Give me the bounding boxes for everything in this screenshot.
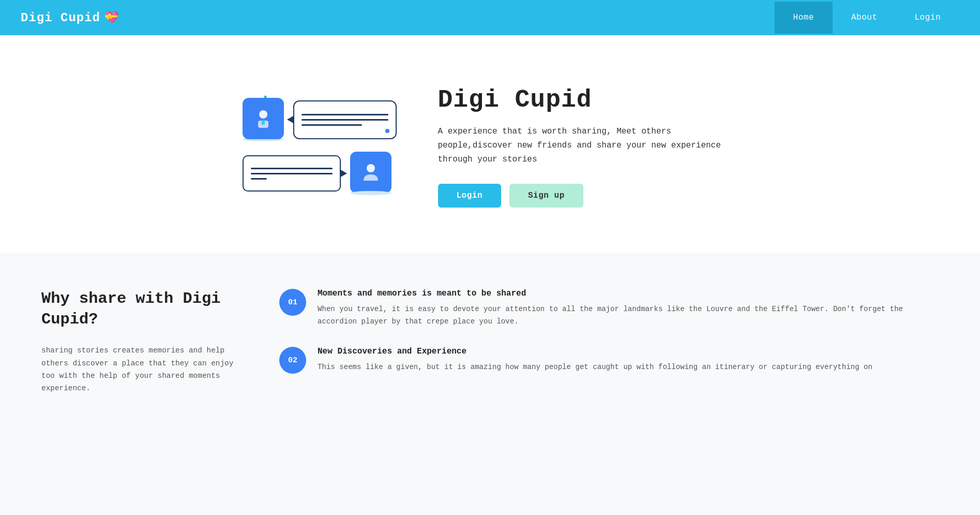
feature-number-02: 02 xyxy=(279,347,306,374)
feature-number-01: 01 xyxy=(279,289,306,316)
profile-card-male xyxy=(243,98,284,139)
hero-signup-button[interactable]: Sign up xyxy=(509,184,583,208)
svg-point-3 xyxy=(367,164,375,172)
chat-dot xyxy=(385,129,389,133)
feature-content-01: Moments and memories is meant to be shar… xyxy=(318,289,939,328)
hero-row-top xyxy=(243,98,397,141)
hero-illustration: ! xyxy=(243,98,397,195)
why-section: Why share with Digi Cupid? sharing stori… xyxy=(0,253,980,421)
heart-icon: 💝 xyxy=(104,10,119,25)
feature-item-02: 02 New Discoveries and Experience This s… xyxy=(279,347,939,374)
profile-card-female xyxy=(350,152,391,193)
chat-line-2 xyxy=(301,119,388,121)
brand-name: Digi Cupid xyxy=(21,11,100,25)
feature-content-02: New Discoveries and Experience This seem… xyxy=(318,347,939,374)
feature-desc-01: When you travel, it is easy to devote yo… xyxy=(318,303,939,328)
feature-title-01: Moments and memories is meant to be shar… xyxy=(318,289,939,298)
feature-item-01: 01 Moments and memories is meant to be s… xyxy=(279,289,939,328)
chat-line-5 xyxy=(251,173,333,174)
why-title: Why share with Digi Cupid? xyxy=(41,289,238,330)
svg-rect-2 xyxy=(262,120,265,125)
hero-login-button[interactable]: Login xyxy=(438,184,502,208)
nav-about[interactable]: About xyxy=(833,2,896,34)
hero-subtitle: A experience that is worth sharing, Meet… xyxy=(438,125,738,167)
chat-bubble-left xyxy=(243,155,341,192)
navbar-brand: Digi Cupid 💝 xyxy=(21,10,119,25)
feature-title-02: New Discoveries and Experience xyxy=(318,347,939,356)
hero-text: Digi Cupid A experience that is worth sh… xyxy=(438,85,738,207)
nav-login[interactable]: Login xyxy=(896,2,959,34)
why-left: Why share with Digi Cupid? sharing stori… xyxy=(41,289,238,395)
chat-line-1 xyxy=(301,114,388,115)
svg-point-0 xyxy=(259,110,267,119)
feature-desc-02: This seems like a given, but it is amazi… xyxy=(318,361,939,374)
hero-section: ! xyxy=(0,35,980,253)
chat-line-4 xyxy=(251,168,333,169)
navbar: Digi Cupid 💝 Home About Login xyxy=(0,0,980,35)
why-description: sharing stories creates memories and hel… xyxy=(41,344,238,395)
profile-shadow-2 xyxy=(350,191,391,195)
chat-bubble-right xyxy=(293,100,397,139)
why-right: 01 Moments and memories is meant to be s… xyxy=(279,289,939,395)
chat-line-3 xyxy=(301,124,363,126)
navbar-nav: Home About Login xyxy=(775,2,959,34)
hero-buttons: Login Sign up xyxy=(438,184,738,208)
hero-title: Digi Cupid xyxy=(438,85,738,115)
hero-row-bottom xyxy=(243,152,397,195)
nav-home[interactable]: Home xyxy=(775,2,833,34)
